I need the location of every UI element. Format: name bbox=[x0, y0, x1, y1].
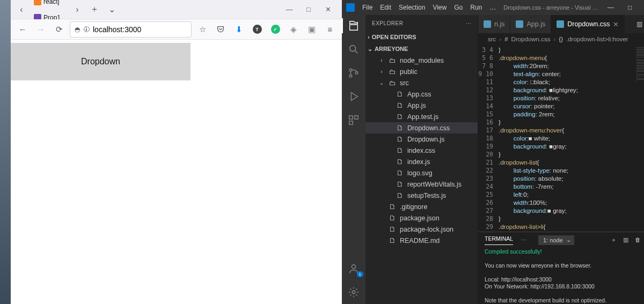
maximize-button[interactable]: □ bbox=[303, 5, 314, 13]
terminal-tab[interactable]: TERMINAL bbox=[485, 235, 513, 245]
tree-item-label: Dropdown.css bbox=[407, 124, 450, 132]
tree-file[interactable]: 🗋App.js bbox=[365, 100, 478, 111]
css-selector-icon: {} bbox=[559, 36, 563, 42]
activity-explorer-icon[interactable] bbox=[347, 19, 360, 32]
tree-file[interactable]: 🗋App.css bbox=[365, 88, 478, 100]
terminal-shell-select[interactable]: 1: node bbox=[538, 235, 574, 245]
file-icon: 🗋 bbox=[388, 226, 397, 233]
activity-account-icon[interactable]: 1 bbox=[347, 262, 360, 275]
svg-point-8 bbox=[352, 291, 355, 294]
pocket-button[interactable] bbox=[213, 22, 228, 37]
dropdown-menu[interactable]: Dropdown bbox=[11, 43, 191, 80]
tree-file[interactable]: 🗋index.css bbox=[365, 145, 478, 156]
extension-badge-icon[interactable]: ▣ bbox=[304, 22, 319, 37]
tree-file[interactable]: 🗋App.test.js bbox=[365, 111, 478, 122]
menu-item[interactable]: View bbox=[433, 4, 447, 11]
tree-file[interactable]: 🗋setupTests.js bbox=[365, 190, 478, 201]
terminal-output[interactable]: Compiled successfully! You can now view … bbox=[478, 248, 644, 304]
tree-folder[interactable]: ›🗀node_modules bbox=[365, 55, 478, 66]
tree-item-label: README.md bbox=[400, 237, 440, 244]
tree-item-label: package.json bbox=[400, 214, 440, 222]
editor-tab[interactable]: n.js bbox=[478, 15, 510, 33]
tab-fwd-button[interactable]: › bbox=[70, 2, 85, 17]
activity-extensions-icon[interactable] bbox=[347, 114, 360, 127]
tree-item-label: App.js bbox=[407, 102, 426, 109]
tree-file[interactable]: 🗋Dropdown.js bbox=[365, 134, 478, 145]
maximize-button[interactable]: □ bbox=[625, 4, 635, 11]
chevron-down-icon: ⌄ bbox=[378, 80, 385, 86]
download-button[interactable]: ⬇ bbox=[231, 22, 246, 37]
bookmark-button[interactable]: ☆ bbox=[195, 22, 210, 37]
svg-rect-4 bbox=[349, 116, 353, 119]
tree-folder[interactable]: ⌄🗀src bbox=[365, 77, 478, 88]
tree-item-label: index.js bbox=[407, 158, 430, 166]
kill-terminal-button[interactable]: 🗑 bbox=[635, 236, 641, 244]
url-input[interactable] bbox=[93, 25, 187, 34]
code-content[interactable]: } .dropdown-menu{ width:20rem; text-alig… bbox=[499, 45, 635, 232]
tree-item-label: src bbox=[400, 79, 409, 87]
nav-back-button[interactable]: ← bbox=[15, 22, 30, 37]
tree-file[interactable]: 🗋logo.svg bbox=[365, 167, 478, 179]
minimize-button[interactable]: — bbox=[284, 5, 295, 13]
menu-item[interactable]: Edit bbox=[380, 4, 391, 11]
tab-back-button[interactable]: ‹ bbox=[14, 2, 29, 17]
extension-green-icon[interactable]: ✓ bbox=[268, 22, 283, 37]
minimize-button[interactable]: — bbox=[606, 4, 616, 11]
tree-file[interactable]: 🗋.gitignore bbox=[365, 201, 478, 212]
address-bar[interactable]: ◓ 🛈 bbox=[70, 21, 192, 38]
close-window-button[interactable]: ✕ bbox=[323, 5, 333, 13]
firefox-window: ‹ reactjreactjProp1Rea✕ › ＋ ⌄ — □ ✕ ← → … bbox=[0, 0, 342, 304]
activity-scm-icon[interactable] bbox=[347, 66, 360, 79]
menu-item[interactable]: Selection bbox=[399, 4, 425, 11]
tree-file[interactable]: 🗋reportWebVitals.js bbox=[365, 179, 478, 190]
breadcrumb-item[interactable]: src bbox=[488, 36, 496, 42]
activity-search-icon[interactable] bbox=[347, 43, 360, 56]
file-icon: 🗋 bbox=[396, 113, 404, 121]
reload-button[interactable]: ⟳ bbox=[52, 22, 67, 37]
editor-tab[interactable]: Dropdown.css✕ bbox=[551, 15, 625, 33]
vscode-window-controls: — □ ✕ bbox=[606, 4, 644, 11]
new-tab-button[interactable]: ＋ bbox=[87, 2, 102, 17]
extension-shield-icon[interactable]: ◈ bbox=[286, 22, 301, 37]
editor-tab[interactable]: App.js bbox=[510, 15, 551, 33]
tree-file[interactable]: 🗋README.md bbox=[365, 235, 478, 246]
tree-file[interactable]: 🗋package.json bbox=[365, 212, 478, 224]
explorer-more-icon[interactable]: ⋯ bbox=[466, 20, 472, 26]
extension-t-icon[interactable]: T bbox=[250, 22, 265, 37]
breadcrumb-item[interactable]: .dropdown-list>li:hover bbox=[566, 36, 628, 42]
project-section[interactable]: ⌄ ARREYONE bbox=[365, 43, 478, 55]
folder-icon: 🗀 bbox=[388, 79, 397, 87]
activity-bar: 1 bbox=[342, 15, 365, 304]
new-terminal-button[interactable]: ＋ bbox=[611, 236, 617, 244]
split-terminal-button[interactable]: ▥ bbox=[623, 236, 628, 244]
activity-debug-icon[interactable] bbox=[347, 90, 360, 103]
split-editor-button[interactable]: ▥ bbox=[636, 20, 642, 28]
breadcrumb-item[interactable]: Dropdown.css bbox=[511, 36, 551, 42]
browser-tab[interactable]: reactj bbox=[30, 0, 69, 10]
menu-item[interactable]: Go bbox=[454, 4, 463, 11]
tree-file[interactable]: 🗋index.js bbox=[365, 156, 478, 167]
tab-label: reactj bbox=[43, 0, 65, 5]
hamburger-menu-button[interactable]: ≡ bbox=[323, 22, 338, 37]
tree-file[interactable]: 🗋package-lock.json bbox=[365, 224, 478, 235]
close-tab-button[interactable]: ✕ bbox=[613, 20, 619, 28]
minimap[interactable]: ▬ ▬▬▬▬▬▬▬▬▬▬▬▬▬▬▬ ▬▬▬▬▬▬▬▬▬▬▬▬▬▬▬▬ ▬▬▬▬▬… bbox=[635, 45, 644, 232]
favicon-icon bbox=[34, 0, 41, 5]
firefox-toolbar: ← → ⟳ ◓ 🛈 ☆ ⬇ T ✓ ◈ ▣ ≡ bbox=[11, 19, 342, 40]
tree-item-label: public bbox=[400, 68, 418, 76]
tab-dropdown-button[interactable]: ⌄ bbox=[104, 2, 119, 17]
open-editors-section[interactable]: › OPEN EDITORS bbox=[365, 31, 478, 43]
activity-settings-icon[interactable] bbox=[347, 286, 360, 299]
menu-item[interactable]: … bbox=[489, 4, 496, 11]
menu-item[interactable]: Run bbox=[470, 4, 482, 11]
tree-folder[interactable]: ›🗀public bbox=[365, 66, 478, 77]
explorer-title: EXPLORER bbox=[372, 20, 403, 26]
nav-forward-button[interactable]: → bbox=[33, 22, 48, 37]
file-icon: 🗋 bbox=[388, 237, 397, 244]
terminal-tabs-more-icon[interactable]: ⋯ bbox=[521, 237, 526, 243]
code-editor[interactable]: 3 4 5 6 7 8 9 10 11 12 13 14 15 16 17 18… bbox=[478, 45, 644, 232]
tree-file[interactable]: 🗋Dropdown.css bbox=[365, 122, 478, 134]
file-icon: 🗋 bbox=[396, 124, 404, 132]
breadcrumb[interactable]: src›# Dropdown.css›{} .dropdown-list>li:… bbox=[478, 33, 644, 45]
menu-item[interactable]: File bbox=[362, 4, 372, 11]
